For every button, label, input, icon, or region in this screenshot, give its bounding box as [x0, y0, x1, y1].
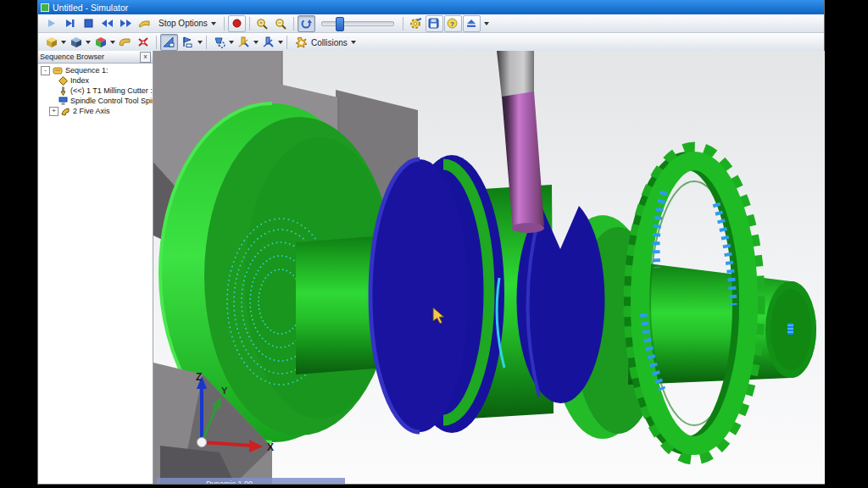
target-chevron-icon[interactable]: [86, 41, 91, 44]
tool-path-chevron-icon[interactable]: [278, 41, 283, 44]
rotate-view-icon[interactable]: [298, 15, 315, 32]
eject-chevron-icon[interactable]: [484, 22, 489, 25]
sequence-browser-title: Sequence Browser: [40, 53, 104, 61]
single-step-icon[interactable]: [136, 15, 153, 32]
axis-label-x: X: [267, 441, 274, 453]
axis-label-z: Z: [196, 371, 202, 383]
tool-check-chevron-icon[interactable]: [253, 41, 259, 44]
window-title: Untitled - Simulator: [53, 3, 128, 13]
sequence-icon: [53, 66, 63, 75]
tool-holder-shank: [497, 51, 534, 98]
spindle-icon[interactable]: [210, 34, 228, 51]
help-icon[interactable]: ?: [444, 15, 462, 32]
tool-check-icon[interactable]: [235, 34, 253, 51]
svg-text:?: ?: [450, 20, 454, 28]
simulation-viewport[interactable]: Z Y X Dynamic 1.00: [153, 51, 825, 484]
video-frame: Untitled - Simulator Stop Options: [0, 0, 868, 488]
stock-cube-icon[interactable]: [42, 34, 60, 51]
stock-chevron-icon[interactable]: [61, 41, 66, 44]
stop-button[interactable]: [80, 15, 97, 32]
speed-slider-handle[interactable]: [336, 17, 344, 31]
tool-path-icon[interactable]: [259, 34, 277, 51]
view-chevron-icon[interactable]: [198, 41, 203, 44]
spindle-control-icon: [58, 97, 68, 106]
spindle-chevron-icon[interactable]: [229, 41, 234, 44]
save-icon[interactable]: [426, 15, 443, 32]
play-to-end-button[interactable]: [61, 15, 79, 32]
stop-options-button[interactable]: Stop Options: [154, 15, 220, 32]
zoom-in-icon[interactable]: [253, 15, 271, 32]
tree-item-milling-cutter[interactable]: (<<) 1 T1 Milling Cutter : 10.0: [38, 86, 153, 96]
speed-slider[interactable]: [321, 21, 394, 26]
collisions-chevron-icon: [351, 41, 356, 44]
display-toolbar: Collisions: [38, 33, 824, 53]
compare-cube-icon[interactable]: [92, 34, 109, 51]
sequence-browser-panel: Sequence Browser x - Sequence 1: Index (…: [38, 51, 153, 484]
play-button[interactable]: [42, 15, 60, 32]
eject-icon[interactable]: [463, 15, 481, 32]
view-flag-icon[interactable]: [179, 34, 197, 51]
tree-item-spindle-control[interactable]: Spindle Control Tool Spindle (: [38, 96, 153, 106]
collision-disc-left: [370, 155, 504, 433]
status-overlay: Dynamic 1.00: [157, 478, 345, 484]
simulator-window: Untitled - Simulator Stop Options: [38, 0, 824, 484]
collision-icon: [295, 36, 308, 48]
expand-icon[interactable]: +: [49, 107, 58, 116]
app-icon: [41, 3, 49, 12]
five-axis-icon: [61, 107, 70, 116]
tree-item-sequence[interactable]: - Sequence 1:: [38, 65, 153, 75]
settings-gear-icon[interactable]: [407, 15, 425, 32]
close-icon[interactable]: x: [140, 52, 151, 63]
playback-toolbar: Stop Options ?: [38, 14, 824, 33]
tree-item-five-axis[interactable]: + 2 Five Axis: [38, 106, 153, 116]
measure-icon[interactable]: [135, 34, 153, 51]
index-icon: [58, 76, 68, 86]
sequence-tree: - Sequence 1: Index (<<) 1 T1 Milling Cu…: [38, 64, 153, 116]
rewind-button[interactable]: [98, 15, 116, 32]
sequence-browser-header[interactable]: Sequence Browser x: [38, 51, 153, 64]
tree-item-index[interactable]: Index: [38, 75, 153, 86]
target-cube-icon[interactable]: [67, 34, 85, 51]
view-fit-icon[interactable]: [160, 34, 178, 51]
fixture-icon[interactable]: [116, 34, 134, 51]
compare-chevron-icon[interactable]: [110, 41, 115, 44]
fast-forward-button[interactable]: [117, 15, 135, 32]
status-overlay-text: Dynamic 1.00: [206, 480, 253, 484]
zoom-out-icon[interactable]: [272, 15, 290, 32]
collisions-button[interactable]: Collisions: [291, 34, 360, 51]
record-button[interactable]: [228, 15, 246, 32]
collapse-icon[interactable]: -: [41, 66, 50, 75]
milling-cutter-icon: [58, 86, 68, 96]
title-bar[interactable]: Untitled - Simulator: [38, 0, 824, 14]
chevron-down-icon: [211, 22, 216, 25]
axis-label-y: Y: [221, 385, 228, 396]
